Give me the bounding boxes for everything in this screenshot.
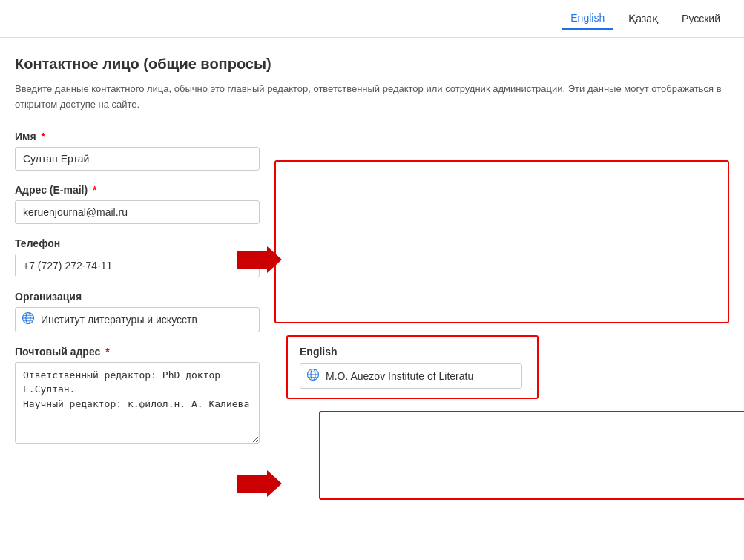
email-label: Адрес (E-mail) * — [15, 184, 260, 196]
language-bar: English Қазақ Русский — [0, 0, 744, 38]
mailing-field-group: Почтовый адрес * Ответственный редактор:… — [15, 346, 260, 446]
lang-kazakh-button[interactable]: Қазақ — [619, 7, 667, 30]
page-title: Контактное лицо (общие вопросы) — [15, 56, 729, 73]
org-field-group: Организация — [15, 291, 260, 332]
name-field-group: Имя * — [15, 131, 260, 171]
email-input[interactable] — [15, 200, 260, 224]
mailing-label: Почтовый адрес * — [15, 346, 260, 358]
org-input[interactable] — [41, 314, 253, 326]
org-label: Организация — [15, 291, 260, 303]
english-section-title: English — [300, 346, 525, 358]
mailing-textarea[interactable]: Ответственный редактор: PhD доктор Е.Сул… — [15, 362, 260, 444]
bottom-right-panel — [319, 411, 744, 500]
email-required-marker: * — [90, 184, 96, 196]
name-label: Имя * — [15, 131, 260, 142]
phone-label: Телефон — [15, 237, 260, 249]
globe-icon — [22, 312, 35, 328]
page-description: Введите данные контактного лица, обычно … — [15, 82, 729, 113]
name-input[interactable] — [15, 147, 260, 171]
email-field-group: Адрес (E-mail) * — [15, 184, 260, 224]
org-input-wrapper — [15, 307, 260, 332]
lang-english-button[interactable]: English — [562, 7, 613, 30]
mailing-required-marker: * — [102, 346, 109, 358]
phone-input[interactable] — [15, 254, 260, 277]
english-org-panel: English — [286, 335, 539, 399]
phone-field-group: Телефон — [15, 237, 260, 277]
lang-russian-button[interactable]: Русский — [673, 7, 729, 30]
top-right-panel — [274, 160, 729, 323]
english-org-input[interactable] — [326, 370, 516, 382]
english-org-wrapper — [300, 363, 522, 389]
english-globe-icon — [306, 368, 320, 384]
name-required-marker: * — [39, 131, 45, 142]
